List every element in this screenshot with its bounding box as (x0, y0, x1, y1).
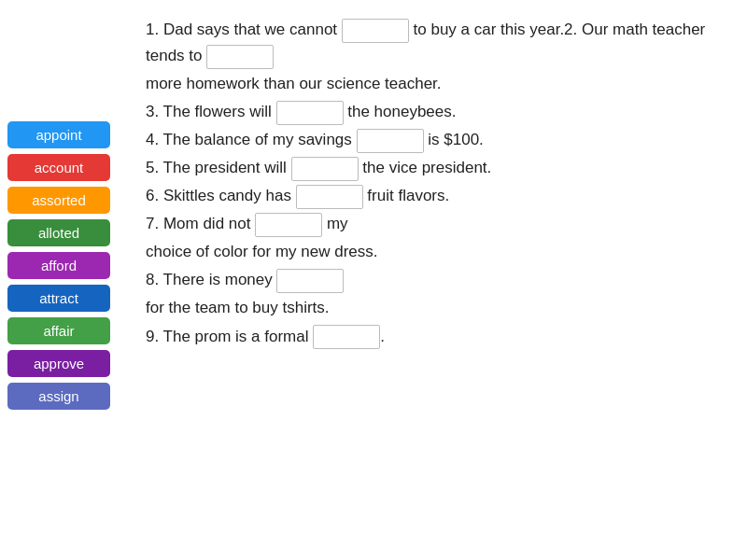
sentence-7: 7. Mom did not my (146, 211, 732, 237)
blank-9[interactable] (313, 325, 380, 349)
word-btn-afford[interactable]: afford (7, 252, 110, 279)
word-btn-appoint[interactable]: appoint (7, 121, 110, 148)
sentence-5: 5. The president will the vice president… (146, 155, 732, 181)
sentence-4: 4. The balance of my savings is $100. (146, 127, 732, 153)
blank-1[interactable] (342, 19, 409, 43)
word-btn-affair[interactable]: affair (7, 317, 110, 344)
word-btn-approve[interactable]: approve (7, 350, 110, 377)
sentence-9: 9. The prom is a formal . (146, 324, 732, 350)
word-btn-alloted[interactable]: alloted (7, 219, 110, 246)
blank-5[interactable] (291, 157, 359, 181)
blank-2[interactable] (206, 45, 274, 69)
sentence-1-2: 1. Dad says that we cannot to buy a car … (146, 17, 732, 69)
sentence-3: 3. The flowers will the honeybees. (146, 99, 732, 125)
sidebar: appointaccountassortedallotedaffordattra… (0, 112, 131, 560)
word-btn-account[interactable]: account (7, 154, 110, 181)
blank-4[interactable] (357, 129, 424, 153)
sentence-8: 8. There is money (146, 267, 732, 293)
main-content: 1. Dad says that we cannot to buy a car … (131, 0, 747, 560)
sentence-2-cont: more homework than our science teacher. (146, 71, 732, 97)
word-btn-assorted[interactable]: assorted (7, 187, 110, 214)
blank-7[interactable] (255, 213, 322, 237)
sentence-6: 6. Skittles candy has fruit flavors. (146, 183, 732, 209)
blank-8[interactable] (276, 269, 344, 293)
word-btn-assign[interactable]: assign (7, 383, 110, 410)
blank-6[interactable] (296, 185, 363, 209)
sentence-7-cont: choice of color for my new dress. (146, 239, 732, 265)
sentence-8-cont: for the team to buy tshirts. (146, 295, 732, 321)
word-btn-attract[interactable]: attract (7, 285, 110, 312)
blank-3[interactable] (276, 101, 344, 125)
